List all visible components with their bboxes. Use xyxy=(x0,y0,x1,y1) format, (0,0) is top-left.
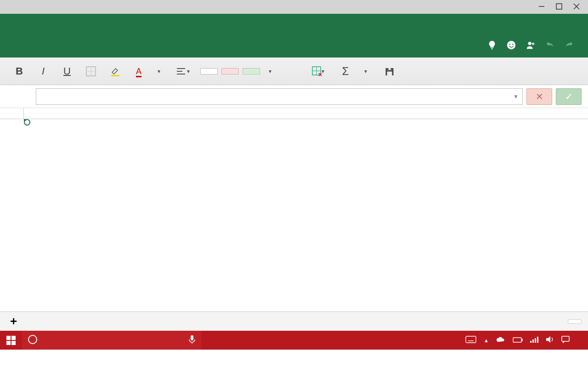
autosum-dropdown-icon[interactable]: ▾ xyxy=(359,61,372,81)
smiley-icon[interactable] xyxy=(506,40,516,52)
redo-icon[interactable] xyxy=(564,40,574,52)
search-input[interactable] xyxy=(42,336,184,345)
tray-chevron-icon[interactable]: ▲ xyxy=(484,338,489,343)
font-dropdown-icon[interactable]: ▾ xyxy=(153,61,165,81)
add-sheet-button[interactable]: + xyxy=(2,314,25,328)
align-button[interactable]: ▾ xyxy=(173,61,193,81)
svg-rect-23 xyxy=(11,341,16,345)
svg-rect-31 xyxy=(521,339,522,341)
microphone-icon[interactable] xyxy=(188,335,196,345)
cell-style-normal[interactable] xyxy=(200,68,218,75)
svg-rect-25 xyxy=(191,335,193,340)
number-format-button[interactable] xyxy=(284,61,304,81)
svg-rect-30 xyxy=(513,338,521,342)
svg-rect-35 xyxy=(537,337,538,343)
svg-point-5 xyxy=(509,44,510,45)
borders-button[interactable] xyxy=(81,61,101,81)
share-icon[interactable] xyxy=(526,40,536,52)
svg-rect-26 xyxy=(466,336,476,343)
svg-rect-21 xyxy=(11,336,16,340)
font-color-button[interactable]: A xyxy=(129,61,149,81)
spreadsheet-grid[interactable] xyxy=(0,108,588,311)
svg-point-4 xyxy=(507,41,515,49)
sheet-tab-bar: + xyxy=(0,311,588,331)
tell-me-icon[interactable] xyxy=(487,40,497,52)
taskbar-search[interactable] xyxy=(22,331,201,350)
svg-rect-20 xyxy=(6,336,11,340)
svg-rect-1 xyxy=(556,4,562,9)
keyboard-icon[interactable] xyxy=(465,336,476,345)
svg-point-19 xyxy=(390,68,392,70)
svg-rect-36 xyxy=(562,336,569,341)
close-icon[interactable] xyxy=(573,3,580,11)
styles-dropdown-icon[interactable]: ▾ xyxy=(264,61,277,81)
battery-icon[interactable] xyxy=(513,337,523,344)
status-sum xyxy=(568,319,582,324)
fill-color-button[interactable] xyxy=(105,61,125,81)
cortana-icon[interactable] xyxy=(28,334,38,346)
ribbon: B I U A ▾ ▾ ▾ ▾ Σ ▾ xyxy=(0,58,588,85)
insert-cells-button[interactable]: ▾ xyxy=(308,61,328,81)
network-icon[interactable] xyxy=(530,336,538,344)
start-button[interactable] xyxy=(0,331,22,350)
action-center-icon[interactable] xyxy=(561,336,570,345)
select-all-corner[interactable] xyxy=(0,108,24,119)
autosum-button[interactable]: Σ xyxy=(335,61,356,81)
menu-tabs xyxy=(0,34,588,58)
formula-cancel-button[interactable]: ✕ xyxy=(526,88,552,105)
bold-button[interactable]: B xyxy=(9,61,29,81)
svg-point-7 xyxy=(528,42,531,45)
svg-rect-11 xyxy=(111,75,119,76)
svg-point-18 xyxy=(387,68,389,70)
svg-rect-34 xyxy=(535,338,536,343)
svg-rect-32 xyxy=(530,341,531,343)
formula-input[interactable]: ▼ xyxy=(36,88,523,105)
undo-icon[interactable] xyxy=(545,40,555,52)
document-title-bar xyxy=(0,14,588,34)
svg-point-24 xyxy=(28,335,37,344)
underline-button[interactable]: U xyxy=(57,61,77,81)
cell-style-bad[interactable] xyxy=(221,68,239,75)
formula-dropdown-icon[interactable]: ▼ xyxy=(513,93,519,100)
formula-confirm-button[interactable]: ✓ xyxy=(556,88,582,105)
maximize-icon[interactable] xyxy=(556,3,562,11)
volume-icon[interactable] xyxy=(546,336,554,345)
svg-rect-33 xyxy=(532,339,534,343)
cell-style-good[interactable] xyxy=(243,68,260,75)
onedrive-icon[interactable] xyxy=(496,336,505,344)
formula-bar: ▼ ✕ ✓ xyxy=(0,85,588,108)
find-button[interactable] xyxy=(379,61,400,81)
italic-button[interactable]: I xyxy=(33,61,53,81)
minimize-icon[interactable] xyxy=(538,3,545,11)
svg-rect-22 xyxy=(6,341,11,345)
window-titlebar xyxy=(0,0,588,14)
taskbar: ▲ xyxy=(0,331,588,350)
svg-point-6 xyxy=(512,44,513,45)
